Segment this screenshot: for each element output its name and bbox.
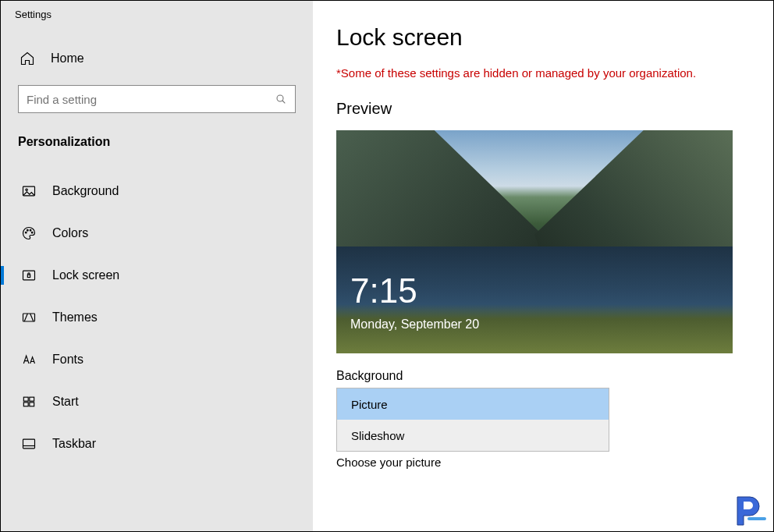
background-label: Background: [336, 369, 750, 383]
fonts-icon: [21, 352, 37, 367]
nav-label: Background: [52, 184, 119, 198]
lock-screen-icon: [21, 268, 37, 283]
category-heading: Personalization: [18, 135, 296, 149]
nav-label: Taskbar: [52, 437, 96, 451]
nav-list: Background Colors Lock screen Themes Fon…: [18, 172, 296, 463]
sidebar: Settings Home Personalization Background…: [1, 1, 313, 531]
svg-rect-14: [23, 439, 35, 449]
svg-rect-7: [23, 271, 35, 280]
dropdown-option-picture[interactable]: Picture: [337, 388, 609, 420]
preview-time: 7:15: [350, 271, 417, 310]
preview-date: Monday, September 20: [350, 317, 479, 332]
choose-picture-label: Choose your picture: [336, 456, 750, 469]
search-box[interactable]: [18, 85, 296, 113]
svg-point-2: [26, 189, 28, 191]
nav-background[interactable]: Background: [18, 172, 296, 210]
svg-point-4: [27, 229, 29, 231]
nav-label: Themes: [52, 310, 98, 325]
nav-label: Fonts: [52, 353, 83, 367]
svg-rect-8: [27, 275, 30, 277]
policy-warning: *Some of these settings are hidden or ma…: [336, 66, 750, 80]
themes-icon: [21, 310, 37, 325]
svg-rect-13: [30, 403, 34, 406]
lock-screen-preview: 7:15 Monday, September 20: [336, 130, 733, 353]
svg-rect-10: [23, 397, 28, 401]
search-input[interactable]: [27, 93, 275, 106]
nav-taskbar[interactable]: Taskbar: [18, 425, 296, 463]
home-nav[interactable]: Home: [18, 48, 296, 69]
svg-point-0: [277, 95, 283, 101]
taskbar-icon: [21, 436, 37, 452]
svg-point-5: [30, 229, 31, 231]
nav-start[interactable]: Start: [18, 383, 296, 420]
brand-logo-icon: [731, 491, 769, 528]
nav-themes[interactable]: Themes: [18, 299, 296, 336]
svg-rect-12: [23, 403, 28, 406]
nav-lock-screen[interactable]: Lock screen: [18, 257, 296, 294]
page-title: Lock screen: [336, 24, 750, 51]
svg-point-3: [25, 232, 27, 233]
picture-icon: [21, 183, 37, 199]
background-dropdown[interactable]: Picture Slideshow: [336, 388, 609, 452]
home-label: Home: [51, 51, 84, 66]
start-icon: [21, 394, 37, 410]
palette-icon: [21, 225, 37, 241]
search-icon: [275, 93, 287, 105]
home-icon: [20, 51, 35, 66]
preview-heading: Preview: [336, 100, 750, 118]
nav-label: Start: [52, 395, 79, 409]
nav-label: Colors: [52, 226, 88, 240]
dropdown-option-slideshow[interactable]: Slideshow: [337, 420, 609, 451]
svg-point-6: [31, 232, 33, 233]
nav-label: Lock screen: [52, 268, 119, 282]
nav-colors[interactable]: Colors: [18, 215, 296, 252]
svg-rect-11: [30, 397, 34, 401]
main-content: Lock screen *Some of these settings are …: [313, 1, 773, 531]
nav-fonts[interactable]: Fonts: [18, 341, 296, 378]
window-title: Settings: [15, 9, 296, 20]
